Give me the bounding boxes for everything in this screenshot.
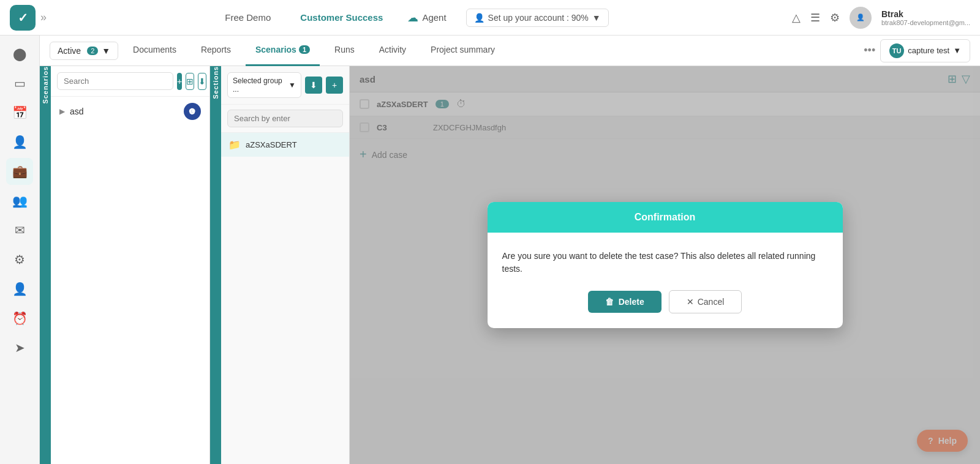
dialog-body: Are you sure you want to delete the test… [488, 233, 843, 328]
tabs-more-dots[interactable]: ••• [864, 44, 875, 57]
cancel-button[interactable]: ✕ Cancel [669, 290, 742, 313]
tree-filter-btn[interactable]: ⊞ [186, 73, 194, 90]
capture-dropdown-icon: ▼ [953, 46, 961, 55]
dialog-message: Are you sure you want to delete the test… [502, 250, 828, 275]
group-export-btn[interactable]: ⬇ [305, 77, 322, 94]
group-search-input[interactable] [227, 110, 343, 127]
delete-icon: 🗑 [605, 297, 614, 307]
tree-item-label: asd [70, 107, 179, 116]
scenarios-badge: 1 [299, 45, 310, 54]
delete-button[interactable]: 🗑 Delete [588, 291, 662, 313]
setup-account-btn[interactable]: 👤 Set up your account : 90% ▼ [466, 9, 609, 27]
nav-agent[interactable]: ☁ Agent [407, 11, 446, 24]
cancel-icon: ✕ [687, 297, 694, 307]
sections-side-label[interactable]: Sections [210, 66, 221, 464]
active-dropdown-icon: ▼ [102, 46, 110, 56]
group-select-label: Selected group ... [233, 77, 286, 94]
logo-icon: ✓ [18, 10, 28, 25]
tree-panel: + ⊞ ⬇ ⬆ ▶ asd 🅒 [51, 66, 210, 464]
capture-test-btn[interactable]: TU capture test ▼ [880, 39, 970, 62]
dialog-actions: 🗑 Delete ✕ Cancel [502, 290, 828, 313]
tree-item-asd[interactable]: ▶ asd 🅒 [51, 97, 209, 126]
sidebar-item-team[interactable]: 👥 [6, 187, 33, 214]
person-icon: 👤 [474, 13, 484, 23]
sidebar-item-monitor[interactable]: ▭ [6, 70, 33, 97]
alert-icon[interactable]: △ [792, 11, 801, 24]
top-nav-right: △ ☰ ⚙ 👤 Btrak btrak807-development@gm... [792, 7, 970, 29]
dialog-overlay: Confirmation Are you sure you want to de… [350, 66, 980, 464]
user-info: Btrak btrak807-development@gm... [881, 9, 970, 26]
tab-documents[interactable]: Documents [123, 36, 186, 66]
nav-free-demo[interactable]: Free Demo [220, 10, 276, 25]
settings-icon[interactable]: ⚙ [830, 11, 840, 24]
nav-customer-success[interactable]: Customer Success [295, 10, 388, 25]
active-dropdown[interactable]: Active 2 ▼ [50, 42, 118, 60]
user-email: btrak807-development@gm... [881, 19, 970, 26]
tree-search-input[interactable] [57, 72, 173, 90]
sidebar-item-user[interactable]: 👤 [6, 129, 33, 155]
sidebar-item-calendar[interactable]: 📅 [6, 99, 33, 126]
three-panel: Scenarios + ⊞ ⬇ ⬆ ▶ asd 🅒 Sect [40, 66, 980, 464]
cases-panel: asd ⊞ ▽ aZSXaSDERT 1 ⏱ [350, 66, 980, 464]
content-area: Active 2 ▼ Documents Reports Scenarios 1… [40, 36, 980, 464]
folder-icon: 📁 [228, 139, 241, 151]
dialog-title: Confirmation [635, 212, 696, 223]
sidebar-item-mail[interactable]: ✉ [6, 217, 33, 244]
group-panel: Selected group ... ▼ ⬇ + 📁 aZSXaSDERT [221, 66, 350, 464]
sidebar-item-send[interactable]: ➤ [6, 334, 33, 361]
cloud-icon: ☁ [407, 11, 418, 24]
capture-label: capture test [908, 46, 949, 55]
group-dropdown-icon: ▼ [288, 81, 296, 89]
delete-label: Delete [619, 297, 644, 307]
document-icon[interactable]: ☰ [810, 11, 820, 24]
group-search [221, 105, 349, 133]
active-label: Active [58, 46, 81, 56]
tab-activity[interactable]: Activity [369, 36, 416, 66]
sidebar-item-briefcase[interactable]: 💼 [6, 158, 33, 185]
agent-label: Agent [422, 12, 446, 23]
confirmation-dialog: Confirmation Are you sure you want to de… [488, 202, 843, 328]
active-badge: 2 [87, 47, 98, 55]
tree-import-btn[interactable]: ⬇ [198, 73, 206, 90]
tree-item-avatar: 🅒 [184, 103, 201, 120]
expand-icon[interactable]: » [40, 11, 47, 24]
sidebar-item-clock[interactable]: ⏰ [6, 305, 33, 332]
scenarios-vertical-text: Scenarios [42, 66, 49, 109]
group-select-dropdown[interactable]: Selected group ... ▼ [227, 72, 301, 98]
sidebar-item-person-settings[interactable]: 👤 [6, 275, 33, 302]
top-nav: ✓ » Free Demo Customer Success ☁ Agent 👤… [0, 0, 980, 36]
sidebar-item-dashboard[interactable]: ⬤ [6, 40, 33, 67]
user-name: Btrak [881, 9, 970, 19]
tree-chevron-icon: ▶ [59, 107, 65, 116]
tab-reports[interactable]: Reports [191, 36, 241, 66]
scenarios-tab-label: Scenarios [255, 45, 296, 54]
group-item-label: aZSXaSDERT [246, 140, 297, 149]
setup-label: Set up your account : 90% [488, 13, 589, 23]
group-toolbar: Selected group ... ▼ ⬇ + [221, 66, 349, 105]
sidebar-item-gear[interactable]: ⚙ [6, 246, 33, 273]
cancel-label: Cancel [698, 297, 725, 307]
main-layout: ⬤ ▭ 📅 👤 💼 👥 ✉ ⚙ 👤 ⏰ ➤ Active 2 ▼ Documen… [0, 36, 980, 464]
dialog-header: Confirmation [488, 202, 843, 233]
tab-runs[interactable]: Runs [325, 36, 364, 66]
tree-toolbar: + ⊞ ⬇ ⬆ [51, 66, 209, 97]
scenarios-side-label[interactable]: Scenarios [40, 66, 51, 464]
sections-vertical-text: Sections [212, 66, 219, 104]
tree-add-btn[interactable]: + [177, 73, 182, 90]
tab-scenarios[interactable]: Scenarios 1 [246, 36, 320, 66]
group-item-aZSXaSDERT[interactable]: 📁 aZSXaSDERT [221, 133, 349, 157]
app-logo[interactable]: ✓ [10, 5, 36, 31]
tabs-bar: Active 2 ▼ Documents Reports Scenarios 1… [40, 36, 980, 66]
tab-project-summary[interactable]: Project summary [421, 36, 505, 66]
user-avatar[interactable]: 👤 [850, 7, 872, 29]
sidebar-icons: ⬤ ▭ 📅 👤 💼 👥 ✉ ⚙ 👤 ⏰ ➤ [0, 36, 40, 464]
setup-dropdown-icon: ▼ [592, 13, 601, 23]
group-add-btn[interactable]: + [326, 77, 343, 94]
top-nav-center: Free Demo Customer Success ☁ Agent 👤 Set… [47, 9, 782, 27]
capture-avatar: TU [889, 43, 904, 58]
